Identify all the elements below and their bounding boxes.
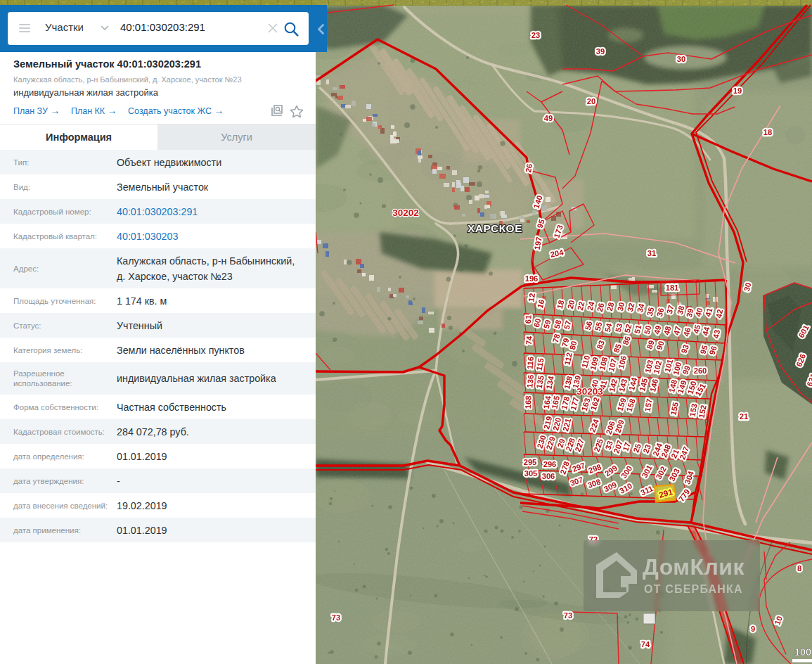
svg-text:23: 23 xyxy=(531,31,540,39)
svg-text:73: 73 xyxy=(564,611,572,620)
svg-text:8: 8 xyxy=(797,564,801,573)
svg-text:39: 39 xyxy=(596,47,605,56)
svg-text:181: 181 xyxy=(666,283,679,292)
svg-text:168: 168 xyxy=(524,395,533,409)
svg-text:116: 116 xyxy=(525,356,535,369)
svg-text:296: 296 xyxy=(543,460,557,468)
svg-text:18: 18 xyxy=(763,128,772,136)
svg-text:21: 21 xyxy=(740,412,748,421)
svg-text:61: 61 xyxy=(524,314,533,324)
svg-text:26: 26 xyxy=(524,163,534,173)
svg-text:30202: 30202 xyxy=(392,208,419,218)
svg-text:73: 73 xyxy=(332,613,340,622)
svg-text:9: 9 xyxy=(751,625,755,633)
svg-text:136: 136 xyxy=(525,374,535,388)
svg-text:74: 74 xyxy=(524,336,534,345)
svg-text:20: 20 xyxy=(587,97,595,106)
svg-text:12: 12 xyxy=(527,293,536,302)
svg-text:295: 295 xyxy=(524,458,537,466)
svg-text:100: 100 xyxy=(794,646,811,658)
svg-text:30: 30 xyxy=(677,55,685,63)
svg-text:196: 196 xyxy=(525,274,539,283)
svg-text:306: 306 xyxy=(542,472,555,480)
svg-text:30203: 30203 xyxy=(576,386,603,397)
svg-text:42: 42 xyxy=(714,309,724,319)
svg-text:74: 74 xyxy=(641,640,650,649)
svg-text:31: 31 xyxy=(647,249,656,257)
svg-text:305: 305 xyxy=(524,469,538,478)
svg-text:49: 49 xyxy=(544,114,553,122)
svg-text:43: 43 xyxy=(711,329,721,340)
svg-text:ХАРСКОЕ: ХАРСКОЕ xyxy=(468,222,522,234)
svg-text:19: 19 xyxy=(733,87,742,95)
svg-text:260: 260 xyxy=(694,366,707,375)
